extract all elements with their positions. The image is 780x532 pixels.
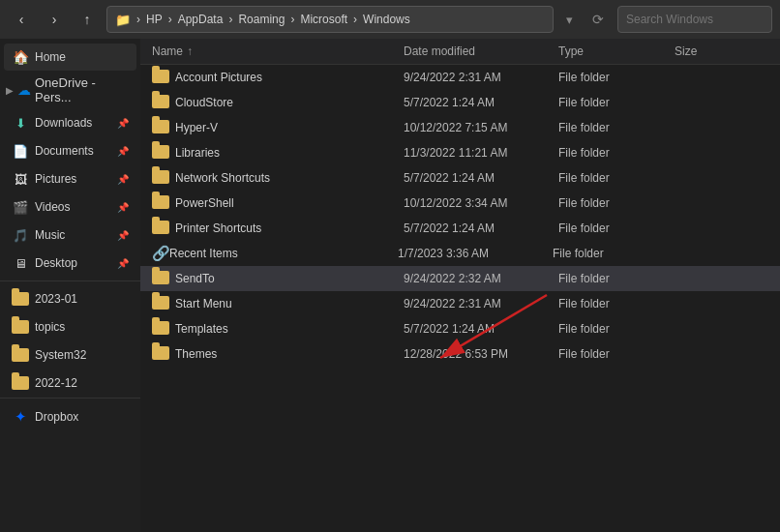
- music-icon: 🎵: [12, 226, 29, 244]
- dropbox-icon: ✦: [12, 408, 29, 426]
- sidebar-folder-topics[interactable]: topics: [4, 313, 136, 340]
- sidebar-folder-2022-12-label: 2022-12: [35, 376, 129, 390]
- col-size-header[interactable]: Size: [675, 44, 768, 58]
- table-row[interactable]: Libraries 11/3/2022 11:21 AM File folder: [140, 140, 780, 165]
- forward-button[interactable]: ›: [41, 6, 68, 33]
- folder-2022-12-icon: [12, 374, 29, 392]
- file-date: 12/28/2022 6:53 PM: [404, 347, 558, 361]
- sidebar-folder-2022-12[interactable]: 2022-12: [4, 369, 136, 397]
- sidebar-onedrive-row[interactable]: ▶ ☁ OneDrive - Pers...: [0, 72, 140, 108]
- sidebar-item-downloads[interactable]: ⬇ Downloads 📌: [4, 109, 136, 136]
- sidebar-divider-1: [0, 281, 140, 281]
- file-type: File folder: [558, 196, 675, 210]
- title-bar: ‹ › ↑ 📁 › HP › AppData › Roaming › Micro…: [0, 0, 780, 39]
- file-name: Account Pictures: [175, 71, 404, 84]
- file-name: CloudStore: [175, 96, 404, 109]
- file-type: File folder: [558, 146, 675, 160]
- table-row[interactable]: SendTo 9/24/2022 2:32 AM File folder: [140, 266, 780, 291]
- file-date: 9/24/2022 2:31 AM: [404, 297, 558, 310]
- sidebar-music-label: Music: [35, 228, 111, 242]
- table-row[interactable]: Start Menu 9/24/2022 2:31 AM File folder: [140, 291, 780, 316]
- folder-icon: [152, 95, 169, 110]
- col-type-header[interactable]: Type: [558, 44, 675, 58]
- file-type: File folder: [558, 272, 675, 285]
- home-icon: 🏠: [12, 48, 29, 66]
- sidebar-folder-system32-label: System32: [35, 348, 129, 362]
- videos-pin-icon: 📌: [117, 202, 129, 213]
- desktop-icon: 🖥: [12, 254, 29, 272]
- table-row[interactable]: Printer Shortcuts 5/7/2022 1:24 AM File …: [140, 216, 780, 241]
- sidebar-item-music[interactable]: 🎵 Music 📌: [4, 222, 136, 249]
- file-name: PowerShell: [175, 196, 404, 210]
- sidebar-bottom: ✦ Dropbox: [0, 398, 140, 430]
- sidebar-dropbox-label: Dropbox: [35, 410, 129, 424]
- sidebar-videos-label: Videos: [35, 200, 111, 214]
- folder-icon: [152, 145, 169, 161]
- file-name: Start Menu: [175, 297, 404, 310]
- sidebar-desktop-label: Desktop: [35, 256, 111, 270]
- address-bar[interactable]: 📁 › HP › AppData › Roaming › Microsoft ›…: [106, 6, 554, 33]
- sidebar-folder-2023-01-label: 2023-01: [35, 292, 129, 306]
- address-dropdown-button[interactable]: ▾: [559, 6, 579, 33]
- folder-2023-01-icon: [12, 290, 29, 308]
- folder-icon: [152, 170, 169, 186]
- table-row[interactable]: Themes 12/28/2022 6:53 PM File folder: [140, 341, 780, 367]
- file-type: File folder: [558, 96, 675, 109]
- table-row[interactable]: Account Pictures 9/24/2022 2:31 AM File …: [140, 65, 780, 90]
- desktop-pin-icon: 📌: [117, 258, 129, 269]
- file-date: 9/24/2022 2:32 AM: [404, 272, 558, 285]
- special-folder-icon: 🔗: [152, 246, 169, 261]
- sidebar-item-videos[interactable]: 🎬 Videos 📌: [4, 193, 136, 221]
- file-type: File folder: [558, 297, 675, 310]
- sidebar-pictures-label: Pictures: [35, 172, 111, 186]
- sidebar-item-pictures[interactable]: 🖼 Pictures 📌: [4, 165, 136, 192]
- file-date: 9/24/2022 2:31 AM: [404, 71, 558, 84]
- folder-icon: [152, 346, 169, 362]
- folder-icon: [152, 221, 169, 236]
- videos-icon: 🎬: [12, 198, 29, 216]
- file-date: 10/12/2022 7:15 AM: [404, 121, 558, 134]
- onedrive-expand-arrow: ▶: [6, 85, 14, 96]
- file-name: Libraries: [175, 146, 404, 160]
- sidebar-dropbox[interactable]: ✦ Dropbox: [4, 403, 136, 430]
- up-button[interactable]: ↑: [74, 6, 101, 33]
- sidebar-item-desktop[interactable]: 🖥 Desktop 📌: [4, 250, 136, 277]
- folder-icon: [152, 120, 169, 135]
- table-row[interactable]: CloudStore 5/7/2022 1:24 AM File folder: [140, 90, 780, 115]
- sidebar: 🏠 Home ▶ ☁ OneDrive - Pers... ⬇ Download…: [0, 39, 140, 532]
- documents-icon: 📄: [12, 142, 29, 160]
- col-name-header[interactable]: Name ↑: [152, 44, 404, 58]
- sort-arrow-icon: ↑: [187, 44, 193, 58]
- sidebar-item-documents[interactable]: 📄 Documents 📌: [4, 137, 136, 164]
- refresh-button[interactable]: ⟳: [585, 6, 612, 33]
- file-type: File folder: [558, 171, 675, 185]
- table-row[interactable]: Network Shortcuts 5/7/2022 1:24 AM File …: [140, 165, 780, 191]
- file-list: Account Pictures 9/24/2022 2:31 AM File …: [140, 65, 780, 532]
- sidebar-item-home[interactable]: 🏠 Home: [4, 44, 136, 71]
- file-name: Recent Items: [169, 247, 398, 260]
- onedrive-icon: ☁: [17, 82, 31, 98]
- folder-icon: [152, 271, 169, 286]
- table-row[interactable]: Hyper-V 10/12/2022 7:15 AM File folder: [140, 115, 780, 140]
- file-date: 10/12/2022 3:34 AM: [404, 196, 558, 210]
- table-row[interactable]: 🔗 Recent Items 1/7/2023 3:36 AM File fol…: [140, 241, 780, 266]
- back-button[interactable]: ‹: [8, 6, 35, 33]
- sidebar-documents-label: Documents: [35, 144, 111, 158]
- sidebar-folder-system32[interactable]: System32: [4, 341, 136, 369]
- file-name: Network Shortcuts: [175, 171, 404, 185]
- col-date-header[interactable]: Date modified: [404, 44, 558, 58]
- sidebar-downloads-label: Downloads: [35, 116, 111, 130]
- table-row[interactable]: Templates 5/7/2022 1:24 AM File folder: [140, 316, 780, 341]
- file-name: Templates: [175, 322, 404, 336]
- file-date: 5/7/2022 1:24 AM: [404, 222, 558, 235]
- file-name: Hyper-V: [175, 121, 404, 134]
- search-input[interactable]: [617, 6, 772, 33]
- file-date: 5/7/2022 1:24 AM: [404, 96, 558, 109]
- column-header: Name ↑ Date modified Type Size: [140, 39, 780, 65]
- sidebar-folder-2023-01[interactable]: 2023-01: [4, 285, 136, 312]
- file-date: 1/7/2023 3:36 AM: [398, 247, 553, 260]
- file-date: 5/7/2022 1:24 AM: [404, 171, 558, 185]
- table-row[interactable]: PowerShell 10/12/2022 3:34 AM File folde…: [140, 191, 780, 216]
- folder-topics-icon: [12, 318, 29, 336]
- main-area: 🏠 Home ▶ ☁ OneDrive - Pers... ⬇ Download…: [0, 39, 780, 532]
